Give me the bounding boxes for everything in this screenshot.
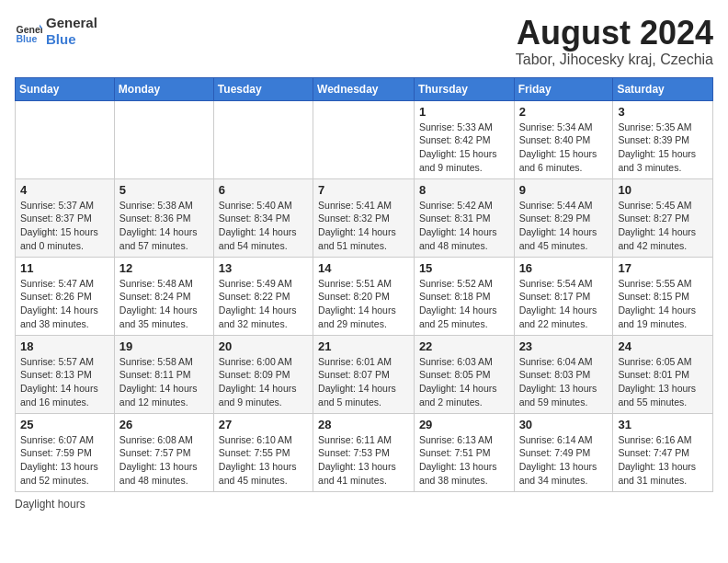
day-info: Sunrise: 6:07 AM Sunset: 7:59 PM Dayligh… [20,433,109,488]
calendar-cell: 19Sunrise: 5:58 AM Sunset: 8:11 PM Dayli… [114,335,213,413]
day-info: Sunrise: 6:04 AM Sunset: 8:03 PM Dayligh… [519,355,609,409]
logo-icon: General Blue [15,17,42,45]
calendar-cell: 11Sunrise: 5:47 AM Sunset: 8:26 PM Dayli… [16,257,115,335]
day-number: 10 [618,183,708,197]
calendar-cell: 26Sunrise: 6:08 AM Sunset: 7:57 PM Dayli… [114,413,213,491]
calendar-cell: 12Sunrise: 5:48 AM Sunset: 8:24 PM Dayli… [114,257,213,335]
calendar-cell: 31Sunrise: 6:16 AM Sunset: 7:47 PM Dayli… [613,413,713,491]
week-row-4: 18Sunrise: 5:57 AM Sunset: 8:13 PM Dayli… [16,335,713,413]
day-number: 17 [618,261,708,275]
calendar-cell: 20Sunrise: 6:00 AM Sunset: 8:09 PM Dayli… [213,335,313,413]
day-info: Sunrise: 5:54 AM Sunset: 8:17 PM Dayligh… [519,277,609,331]
calendar-cell: 23Sunrise: 6:04 AM Sunset: 8:03 PM Dayli… [514,335,613,413]
day-info: Sunrise: 6:10 AM Sunset: 7:55 PM Dayligh… [219,433,308,488]
day-number: 27 [219,418,308,431]
day-info: Sunrise: 6:16 AM Sunset: 7:47 PM Dayligh… [618,433,708,488]
calendar-cell: 25Sunrise: 6:07 AM Sunset: 7:59 PM Dayli… [16,413,115,491]
day-info: Sunrise: 5:38 AM Sunset: 8:36 PM Dayligh… [119,199,209,253]
day-info: Sunrise: 5:40 AM Sunset: 8:34 PM Dayligh… [219,199,308,253]
day-number: 20 [219,339,308,353]
calendar-table: SundayMondayTuesdayWednesdayThursdayFrid… [15,77,713,492]
day-number: 7 [318,183,409,197]
week-row-5: 25Sunrise: 6:07 AM Sunset: 7:59 PM Dayli… [16,413,713,491]
days-header-row: SundayMondayTuesdayWednesdayThursdayFrid… [16,77,713,100]
title-area: August 2024 Tabor, Jihocesky kraj, Czech… [516,15,713,68]
day-info: Sunrise: 5:45 AM Sunset: 8:27 PM Dayligh… [618,199,708,253]
calendar-cell: 30Sunrise: 6:14 AM Sunset: 7:49 PM Dayli… [514,413,613,491]
day-info: Sunrise: 5:48 AM Sunset: 8:24 PM Dayligh… [119,277,209,331]
day-info: Sunrise: 5:58 AM Sunset: 8:11 PM Dayligh… [119,355,209,409]
calendar-cell: 27Sunrise: 6:10 AM Sunset: 7:55 PM Dayli… [213,413,313,491]
calendar-cell: 28Sunrise: 6:11 AM Sunset: 7:53 PM Dayli… [313,413,415,491]
day-info: Sunrise: 5:33 AM Sunset: 8:42 PM Dayligh… [419,121,509,175]
day-number: 29 [419,418,509,431]
week-row-3: 11Sunrise: 5:47 AM Sunset: 8:26 PM Dayli… [16,257,713,335]
day-info: Sunrise: 5:42 AM Sunset: 8:31 PM Dayligh… [419,199,509,253]
day-number: 14 [318,261,409,275]
calendar-cell: 17Sunrise: 5:55 AM Sunset: 8:15 PM Dayli… [613,257,713,335]
calendar-cell: 16Sunrise: 5:54 AM Sunset: 8:17 PM Dayli… [514,257,613,335]
calendar-cell: 13Sunrise: 5:49 AM Sunset: 8:22 PM Dayli… [213,257,313,335]
day-info: Sunrise: 6:08 AM Sunset: 7:57 PM Dayligh… [119,433,209,488]
day-number: 9 [519,183,609,197]
calendar-cell: 14Sunrise: 5:51 AM Sunset: 8:20 PM Dayli… [313,257,415,335]
day-number: 2 [519,105,609,119]
calendar-cell: 6Sunrise: 5:40 AM Sunset: 8:34 PM Daylig… [213,178,313,257]
day-info: Sunrise: 6:03 AM Sunset: 8:05 PM Dayligh… [419,355,509,409]
day-header-thursday: Thursday [414,77,514,100]
calendar-cell [114,100,213,178]
day-header-wednesday: Wednesday [313,77,415,100]
calendar-cell: 24Sunrise: 6:05 AM Sunset: 8:01 PM Dayli… [613,335,713,413]
week-row-1: 1Sunrise: 5:33 AM Sunset: 8:42 PM Daylig… [16,100,713,178]
day-number: 5 [119,183,209,197]
day-number: 28 [318,418,409,431]
day-number: 13 [219,261,308,275]
calendar-cell: 5Sunrise: 5:38 AM Sunset: 8:36 PM Daylig… [114,178,213,257]
day-info: Sunrise: 5:35 AM Sunset: 8:39 PM Dayligh… [618,121,708,175]
day-info: Sunrise: 5:52 AM Sunset: 8:18 PM Dayligh… [419,277,509,331]
day-info: Sunrise: 5:47 AM Sunset: 8:26 PM Dayligh… [20,277,109,331]
day-number: 19 [119,339,209,353]
svg-text:Blue: Blue [17,33,38,44]
calendar-cell: 8Sunrise: 5:42 AM Sunset: 8:31 PM Daylig… [414,178,514,257]
day-header-monday: Monday [114,77,213,100]
calendar-cell: 4Sunrise: 5:37 AM Sunset: 8:37 PM Daylig… [16,178,115,257]
calendar-cell: 29Sunrise: 6:13 AM Sunset: 7:51 PM Dayli… [414,413,514,491]
day-info: Sunrise: 5:41 AM Sunset: 8:32 PM Dayligh… [318,199,409,253]
day-info: Sunrise: 6:13 AM Sunset: 7:51 PM Dayligh… [419,433,509,488]
day-number: 12 [119,261,209,275]
day-header-sunday: Sunday [16,77,115,100]
logo-blue-text: Blue [46,31,97,48]
calendar-cell: 1Sunrise: 5:33 AM Sunset: 8:42 PM Daylig… [414,100,514,178]
day-number: 18 [20,339,109,353]
day-number: 8 [419,183,509,197]
subtitle: Tabor, Jihocesky kraj, Czechia [516,52,713,68]
calendar-cell: 21Sunrise: 6:01 AM Sunset: 8:07 PM Dayli… [313,335,415,413]
day-number: 15 [419,261,509,275]
calendar-cell [313,100,415,178]
day-info: Sunrise: 5:34 AM Sunset: 8:40 PM Dayligh… [519,121,609,175]
day-info: Sunrise: 5:37 AM Sunset: 8:37 PM Dayligh… [20,199,109,253]
day-number: 25 [20,418,109,431]
day-number: 30 [519,418,609,431]
day-info: Sunrise: 6:14 AM Sunset: 7:49 PM Dayligh… [519,433,609,488]
day-info: Sunrise: 6:00 AM Sunset: 8:09 PM Dayligh… [219,355,308,409]
day-info: Sunrise: 6:11 AM Sunset: 7:53 PM Dayligh… [318,433,409,488]
day-header-friday: Friday [514,77,613,100]
day-number: 22 [419,339,509,353]
day-number: 6 [219,183,308,197]
day-info: Sunrise: 5:44 AM Sunset: 8:29 PM Dayligh… [519,199,609,253]
calendar-cell: 10Sunrise: 5:45 AM Sunset: 8:27 PM Dayli… [613,178,713,257]
logo-general-text: General [46,15,97,31]
day-number: 26 [119,418,209,431]
day-info: Sunrise: 6:05 AM Sunset: 8:01 PM Dayligh… [618,355,708,409]
day-info: Sunrise: 5:55 AM Sunset: 8:15 PM Dayligh… [618,277,708,331]
calendar-cell: 2Sunrise: 5:34 AM Sunset: 8:40 PM Daylig… [514,100,613,178]
calendar-cell: 18Sunrise: 5:57 AM Sunset: 8:13 PM Dayli… [16,335,115,413]
footer-note: Daylight hours [15,498,713,511]
day-number: 21 [318,339,409,353]
day-header-tuesday: Tuesday [213,77,313,100]
day-number: 1 [419,105,509,119]
day-number: 4 [20,183,109,197]
week-row-2: 4Sunrise: 5:37 AM Sunset: 8:37 PM Daylig… [16,178,713,257]
